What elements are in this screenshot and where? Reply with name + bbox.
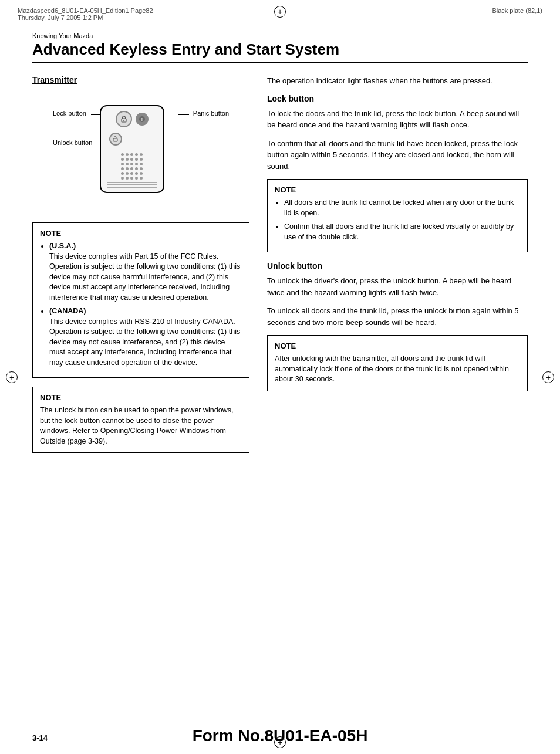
note4-text: After unlocking with the transmitter, al… [275, 354, 520, 385]
lock-para2: To confirm that all doors and the trunk … [267, 138, 528, 173]
unlock-button-heading: Unlock button [267, 261, 528, 271]
panic-arrow [178, 114, 189, 115]
note-box-unlock: NOTE After unlocking with the transmitte… [267, 335, 528, 391]
page-number: 3-14 [32, 733, 48, 742]
intro-text: The operation indicator light flashes wh… [267, 75, 528, 87]
note-box-fcc: NOTE (U.S.A.) This device complies with … [32, 222, 249, 378]
lock-button-icon [116, 111, 132, 127]
top-buttons: ! [116, 111, 149, 127]
note3-title: NOTE [275, 185, 520, 194]
transmitter-heading: Transmitter [32, 75, 249, 84]
unlock-para2: To unlock all doors and the trunk lid, p… [267, 305, 528, 328]
note1-title: NOTE [40, 229, 242, 238]
unlock-para1: To unlock the driver's door, press the u… [267, 275, 528, 298]
note1-item-usa: (U.S.A.) This device complies with Part … [49, 241, 242, 303]
transmitter-diagram: Lock button Unlock button Panic button [53, 93, 229, 211]
note3-item2: Confirm that all doors and the trunk lid… [284, 222, 520, 242]
note4-title: NOTE [275, 342, 520, 350]
panic-button-label: Panic button [193, 110, 229, 117]
svg-text:!: ! [141, 117, 143, 121]
lock-button-label: Lock button [53, 110, 86, 117]
page-title: Advanced Keyless Entry and Start System [32, 40, 528, 63]
form-number: Form No.8U01-EA-05H [193, 726, 368, 745]
note-box-lock: NOTE All doors and the trunk lid cannot … [267, 179, 528, 252]
note3-item1: All doors and the trunk lid cannot be lo… [284, 198, 520, 218]
registration-mark-left [6, 371, 18, 383]
svg-point-1 [123, 120, 124, 121]
lock-para1: To lock the doors and the trunk lid, pre… [267, 108, 528, 131]
note2-title: NOTE [40, 393, 242, 402]
svg-rect-4 [113, 138, 117, 141]
page-header-right: Black plate (82,1) [492, 7, 542, 14]
note-box-window: NOTE The unlock button can be used to op… [32, 387, 249, 453]
note1-item-canada: (CANADA) This device complies with RSS-2… [49, 306, 242, 368]
registration-mark-top [274, 6, 286, 18]
left-column: Transmitter Lock button Unlock button Pa… [32, 75, 249, 462]
registration-mark-right [542, 371, 554, 383]
page-header-left: Mazdaspeed6_8U01-EA-05H_Edition1 Page82 … [18, 7, 153, 21]
lock-button-heading: Lock button [267, 94, 528, 103]
unlock-button-icon [109, 133, 122, 146]
device-lines [107, 182, 157, 189]
transmitter-body: ! [100, 105, 164, 193]
section-label: Knowing Your Mazda [32, 32, 528, 39]
right-column: The operation indicator light flashes wh… [267, 75, 528, 462]
note2-text: The unlock button can be used to open th… [40, 405, 242, 447]
panic-button-icon: ! [136, 113, 149, 126]
unlock-button-label: Unlock button [53, 139, 92, 146]
device-grid [121, 153, 143, 180]
